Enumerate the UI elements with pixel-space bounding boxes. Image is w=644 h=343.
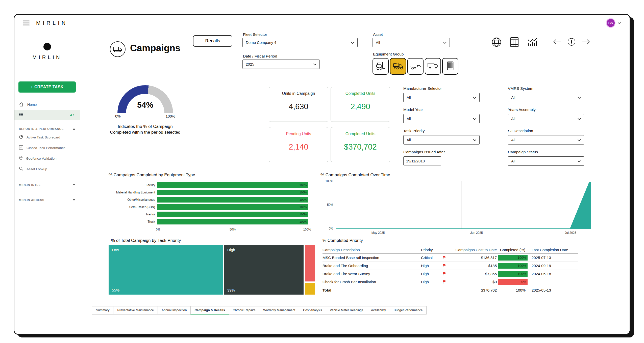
bar-category: Other/Miscellaneous: [109, 198, 157, 202]
sidebar-item-asset-lookup[interactable]: Asset Lookup: [14, 164, 80, 174]
sidebar-section-mirlin-intel[interactable]: MIRLIN INTEL: [14, 180, 80, 189]
sidebar-item-active-task-scorecard[interactable]: Active Task Scorecard: [14, 132, 80, 142]
x-tick: Jul 2025: [565, 231, 576, 235]
tab-cost-analysis[interactable]: Cost Analysis: [299, 306, 326, 315]
header-divider: [109, 81, 600, 81]
total-cost: $370,702: [448, 288, 498, 292]
filter-campaigns-issued-after: Campaigns Issued After 19/11/2013: [403, 150, 480, 165]
equipment-dump-truck-button[interactable]: [390, 58, 406, 75]
table-row: Check for Crash Bar Installation High $0…: [323, 278, 578, 286]
create-task-button[interactable]: + CREATE TASK: [18, 81, 76, 93]
col-header: Last Completion Date: [528, 248, 578, 252]
y-tick: 100%: [320, 179, 333, 183]
x-tick: May 2025: [371, 231, 385, 235]
sidebar-item-geofence-validation[interactable]: Geofence Validation: [14, 153, 80, 164]
filter-model-year: Model Year All: [403, 107, 480, 123]
report-tabs: Summary Preventative Maintenance Annual …: [92, 306, 427, 315]
menu-icon[interactable]: [23, 20, 30, 25]
cost: $0: [448, 280, 498, 284]
user-menu[interactable]: SS: [606, 18, 621, 28]
app-shell: MIRLIN + CREATE TASK Home 47 REPORTS & P…: [14, 31, 630, 334]
tab-vehicle-meter-readings[interactable]: Vehicle Meter Readings: [326, 306, 367, 315]
tab-annual-inspection[interactable]: Annual Inspection: [158, 306, 191, 315]
globe-icon[interactable]: [491, 37, 502, 47]
tab-availability[interactable]: Availability: [367, 306, 390, 315]
chevron-down-icon: [351, 40, 354, 45]
sidebar-section-mirlin-access[interactable]: MIRLIN ACCESS: [14, 195, 80, 205]
equipment-forklift-button[interactable]: [373, 58, 389, 75]
kpi-value: $370,702: [331, 142, 390, 152]
col-header: Campaign Description: [323, 248, 421, 252]
priority: Critical: [421, 255, 440, 260]
campaign-status-dropdown[interactable]: All: [508, 156, 584, 166]
sidebar-item-home[interactable]: Home: [14, 100, 80, 110]
chevron-up-icon: [73, 128, 75, 130]
gauge-donut: 54%: [117, 85, 173, 113]
container-icon: [446, 61, 455, 72]
asset-dropdown[interactable]: All: [373, 38, 450, 47]
date-period-dropdown[interactable]: 2025: [242, 60, 320, 69]
filter-label: Campaign Status: [508, 150, 584, 154]
chevron-down-icon: [313, 62, 316, 66]
filter-campaign-status: Campaign Status All: [508, 150, 584, 166]
bar-category: Facility: [109, 183, 157, 187]
next-arrow-icon[interactable]: [582, 39, 590, 45]
chevron-down-icon: [578, 159, 581, 163]
filter-task-priority: Task Priority All: [403, 129, 480, 145]
tab-preventative-maintenance[interactable]: Preventative Maintenance: [113, 306, 158, 315]
sidebar-logo: MIRLIN: [14, 43, 80, 60]
priority: High: [421, 272, 440, 276]
sidebar-section-reports[interactable]: REPORTS & PERFORMANCE: [14, 126, 80, 132]
last-completion-date: 2024-06-18: [528, 272, 578, 276]
fleet-selector-dropdown[interactable]: Demo Company 4: [242, 38, 358, 47]
sidebar-item-tasks[interactable]: 47: [14, 110, 80, 120]
flag-icon: [440, 280, 448, 284]
filter-label: SJ Description: [508, 129, 584, 133]
sidebar-item-label: Home: [27, 103, 37, 107]
kpi-pending-units: Pending Units 2,140: [269, 127, 328, 162]
manufacturer-dropdown[interactable]: All: [403, 93, 480, 102]
model-year-dropdown[interactable]: All: [403, 114, 480, 123]
years-assembly-dropdown[interactable]: All: [508, 114, 584, 123]
treemap-segment-critical: [305, 245, 315, 281]
equipment-container-button[interactable]: [442, 58, 458, 75]
filter-value: All: [407, 95, 411, 100]
asset-value: All: [376, 40, 380, 45]
tab-warranty-management[interactable]: Warranty Management: [259, 306, 299, 315]
x-tick: 50%: [230, 228, 236, 231]
prev-arrow-icon[interactable]: [553, 39, 561, 45]
bar-category: Truck: [109, 220, 157, 223]
info-icon[interactable]: [567, 38, 576, 46]
bar-track: 100%: [157, 219, 308, 224]
sj-description-dropdown[interactable]: All: [508, 135, 584, 145]
section-title: MIRLIN ACCESS: [19, 198, 44, 202]
tab-budget-performance[interactable]: Budget Performance: [390, 306, 427, 315]
search-icon: [19, 166, 23, 172]
tab-chronic-repairs[interactable]: Chronic Repairs: [229, 306, 260, 315]
equipment-box-truck-button[interactable]: [425, 58, 441, 75]
bar-track: 100%: [157, 197, 308, 203]
chevron-down-icon[interactable]: [618, 21, 621, 25]
gauge-description: Indicates the % of Campaign Completed wi…: [107, 124, 183, 135]
avatar[interactable]: SS: [606, 18, 615, 28]
sidebar-item-closed-task-performance[interactable]: Closed Task Performance: [14, 142, 80, 153]
report-icon[interactable]: [510, 37, 519, 47]
equipment-type-bar-chart: % Campaigns Completed by Equipment Type …: [109, 173, 308, 232]
equipment-trailer-button[interactable]: [407, 58, 424, 75]
tab-campaign-recalls[interactable]: Campaign & Recalls: [190, 306, 229, 315]
kpi-cards: Units in Campaign 4,630 Completed Units …: [269, 87, 390, 162]
logo-mark: [43, 43, 51, 50]
chevron-down-icon: [578, 138, 581, 142]
date-period-label: Date / Fiscal Period: [243, 54, 277, 59]
vmrs-system-dropdown[interactable]: All: [508, 93, 584, 102]
report-tools: [491, 37, 538, 47]
issued-after-date-input[interactable]: 19/11/2013: [403, 156, 441, 165]
recalls-button[interactable]: Recalls: [193, 35, 232, 47]
task-priority-dropdown[interactable]: All: [403, 135, 480, 145]
tab-summary[interactable]: Summary: [92, 306, 113, 315]
filter-label: Task Priority: [403, 129, 480, 133]
treemap-segment-medium: [305, 283, 315, 295]
chart-icon[interactable]: [527, 37, 538, 47]
bar-track: 100%: [157, 212, 308, 217]
col-header: Completed (%): [498, 248, 528, 252]
